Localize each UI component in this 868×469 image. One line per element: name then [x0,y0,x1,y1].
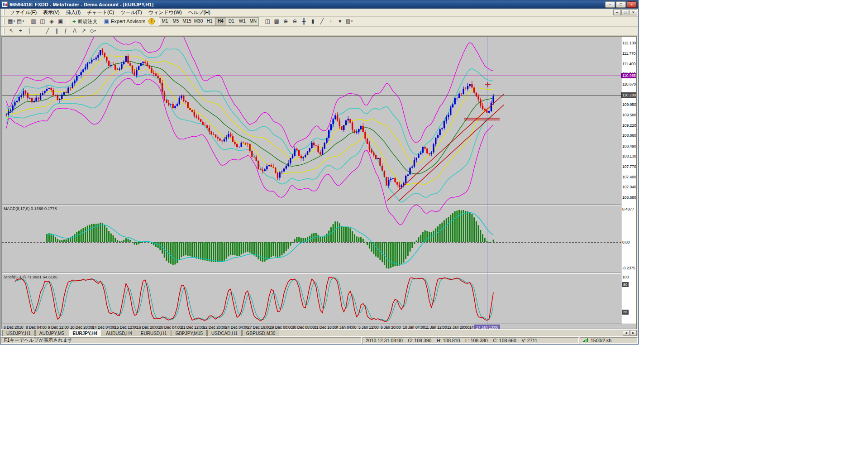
menu-window[interactable]: ウィンドウ(W) [145,9,185,16]
status-ohlcv-text: 2010.12.31 08:00 O: 108.390 H: 108.810 L… [362,337,579,344]
crosshair-button[interactable]: + [16,27,25,35]
arrows-icon: ↗ [81,28,86,34]
timeframe-m15-button[interactable]: M15 [181,18,192,25]
time-axis-label: 10 Jan 04:00 [403,325,425,329]
connection-bars-icon [583,338,588,342]
timeframe-h4-button[interactable]: H4 [215,18,226,25]
tile-windows-button[interactable]: ◫ [263,17,272,25]
timeframe-m5-button[interactable]: M5 [170,18,181,25]
mdi-minimize-button[interactable]: – [613,10,621,15]
candlestick-chart-button[interactable]: ▮ [308,17,317,25]
arrows-button[interactable]: ↗ [79,27,88,35]
time-axis-label: 4 Jan 04:00 [336,325,356,329]
bar-chart-button[interactable]: ╫ [299,17,308,25]
market-watch-button[interactable]: ▥ [29,17,38,25]
shapes-dropdown-button[interactable]: ◇▾ [88,27,97,35]
profiles-button[interactable]: ▤▾ [16,17,25,25]
menu-view[interactable]: 表示(V) [40,9,63,16]
time-axis-label: 20 Dec 04:00 [159,325,182,329]
periods-dropdown-button[interactable]: ▾ [335,17,344,25]
timeframe-m1-button[interactable]: M1 [159,18,170,25]
tab-audjpy-m5[interactable]: AUDJPY,M5 [35,330,68,336]
cascade-windows-icon: ▩ [274,18,279,24]
cursor-icon: ↖ [9,28,14,34]
timeframe-d1-button[interactable]: D1 [226,18,237,25]
price-scale-label: 108.130 [622,154,636,158]
menu-tools[interactable]: ツール(T) [117,9,145,16]
tab-eurjpy-h4[interactable]: EURJPY,H4 [69,330,101,336]
menu-file[interactable]: ファイル(F) [7,9,40,16]
price-tag: 110.985 [621,73,636,78]
minimize-button[interactable]: – [605,1,615,8]
data-window-button[interactable]: ◫ [38,17,47,25]
new-chart-button[interactable]: ▦▾ [7,17,16,25]
vertical-line-icon: │ [28,28,31,34]
timeframe-h1-button[interactable]: H1 [204,18,215,25]
metatrader-window: 66594418: FXDD - MetaTrader - Demo Accou… [0,0,639,345]
menu-insert[interactable]: 挿入(I) [63,9,84,16]
text-button[interactable]: A [70,27,79,35]
indicators-button[interactable]: + [326,17,335,25]
cursor-button[interactable]: ↖ [7,27,16,35]
vertical-line-button[interactable]: │ [25,27,34,35]
expert-advisors-button[interactable]: ▣ Expert Advisors [101,17,149,25]
line-chart-button[interactable]: ╱ [317,17,326,25]
cascade-windows-button[interactable]: ▩ [272,17,281,25]
menu-help[interactable]: ヘルプ(H) [185,9,214,16]
terminal-button[interactable]: ▣ [56,17,65,25]
tab-scroll-right-button[interactable]: ► [630,330,637,336]
menu-charts[interactable]: チャート(C) [84,9,117,16]
window-title: 66594418: FXDD - MetaTrader - Demo Accou… [10,2,605,7]
fibonacci-icon: ƒ [64,28,67,34]
periods-dropdown-icon: ▾ [339,18,341,24]
channel-button[interactable]: ∥ [52,27,61,35]
trendline-button[interactable]: ╱ [43,27,52,35]
tab-gbpjpy-m15[interactable]: GBPJPY,M15 [172,330,207,336]
timeframe-w1-button[interactable]: W1 [237,18,248,25]
time-axis[interactable]: 6 Dec 20108 Dec 04:009 Dec 12:0010 Dec 2… [2,324,636,329]
time-axis-label: 11 Jan 12:00 [425,325,447,329]
chart-file-icons: ▦▾▤▾ [7,17,25,25]
tab-usdjpy-h1[interactable]: USDJPY,H1 [2,330,35,336]
horizontal-line-button[interactable]: ─ [34,27,43,35]
dropdown-caret-icon: ▾ [94,29,96,33]
time-axis-label: 9 Dec 12:00 [48,325,69,329]
timeframe-mn-button[interactable]: MN [248,18,258,25]
close-button[interactable]: × [627,1,637,8]
tab-usdcad-h1[interactable]: USDCAD,H1 [207,330,242,336]
tab-gbpusd-m30[interactable]: GBPUSD,M30 [242,330,279,336]
fibonacci-button[interactable]: ƒ [61,27,70,35]
price-tag: 110.288 [621,92,636,98]
tab-scroll-left-button[interactable]: ◄ [623,330,630,336]
dropdown-caret-icon: ▾ [22,19,24,23]
zoom-out-icon: ⊖ [292,18,297,24]
current-time-tag: 17 Jan 13:00 [474,325,500,329]
chart-region: 112.130111.770111.400111.040110.670110.3… [1,36,637,329]
time-axis-label: 5 Jan 12:00 [358,325,378,329]
price-scale[interactable]: 112.130111.770111.400111.040110.670110.3… [621,37,636,324]
mdi-restore-button[interactable]: □ [621,10,629,15]
profiles-icon: ▤ [17,18,22,24]
app-icon [2,1,8,7]
price-scale-label: 107.770 [622,164,636,169]
time-axis-label: 6 Dec 2010 [4,325,23,329]
zoom-out-button[interactable]: ⊖ [290,17,299,25]
templates-button[interactable]: ▨▾ [344,17,353,25]
new-order-button[interactable]: + 新規注文 [69,17,101,25]
traffic-counter: 1500/2 kb [591,338,611,343]
drawing-toolbar: ↖+│─╱∥ƒA↗◇▾ [0,27,638,36]
timeframe-m30-button[interactable]: M30 [193,18,204,25]
chart-canvas[interactable] [2,37,621,324]
statusbar: F1キーでヘルプが表示されます 2010.12.31 08:00 O: 108.… [0,336,638,344]
price-scale-label: 108.490 [622,144,636,148]
mdi-close-button[interactable]: × [630,10,637,15]
maximize-button[interactable]: □ [616,1,626,8]
navigator-button[interactable]: ◈ [47,17,56,25]
ea-alert-icon[interactable]: ! [148,18,155,24]
templates-icon: ▨ [345,18,350,24]
zoom-in-button[interactable]: ⊕ [281,17,290,25]
titlebar[interactable]: 66594418: FXDD - MetaTrader - Demo Accou… [0,0,638,9]
tab-audusd-h4[interactable]: AUDUSD,H4 [102,330,136,336]
time-axis-label: 27 Dec 16:00 [248,325,271,329]
tab-eurusd-h1[interactable]: EURUSD,H1 [137,330,171,336]
